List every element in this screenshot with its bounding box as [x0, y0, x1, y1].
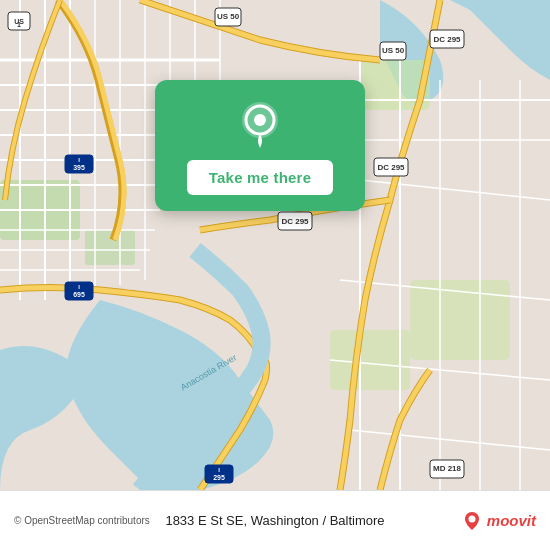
svg-text:US 50: US 50: [382, 46, 405, 55]
svg-text:295: 295: [213, 474, 225, 481]
location-card: Take me there: [155, 80, 365, 211]
address-label: 1833 E St SE, Washington / Baltimore: [165, 513, 384, 528]
moovit-logo: moovit: [461, 510, 536, 532]
svg-text:1: 1: [17, 21, 21, 28]
svg-rect-0: [0, 0, 550, 490]
moovit-brand-label: moovit: [487, 512, 536, 529]
map-container: US 1 US 50 US 50 DC 295 DC 295 DC 295 I …: [0, 0, 550, 490]
svg-text:DC 295: DC 295: [433, 35, 461, 44]
svg-point-65: [468, 515, 475, 522]
location-pin-icon: [234, 98, 286, 150]
map-background: US 1 US 50 US 50 DC 295 DC 295 DC 295 I …: [0, 0, 550, 490]
svg-rect-2: [85, 230, 135, 265]
svg-point-64: [254, 114, 266, 126]
svg-text:DC 295: DC 295: [377, 163, 405, 172]
svg-text:MD 218: MD 218: [433, 464, 462, 473]
svg-text:395: 395: [73, 164, 85, 171]
take-me-there-button[interactable]: Take me there: [187, 160, 333, 195]
svg-text:DC 295: DC 295: [281, 217, 309, 226]
bottom-bar: © OpenStreetMap contributors 1833 E St S…: [0, 490, 550, 550]
svg-text:US 50: US 50: [217, 12, 240, 21]
svg-rect-5: [330, 330, 410, 390]
svg-text:695: 695: [73, 291, 85, 298]
moovit-pin-icon: [461, 510, 483, 532]
map-attribution: © OpenStreetMap contributors: [14, 515, 150, 526]
